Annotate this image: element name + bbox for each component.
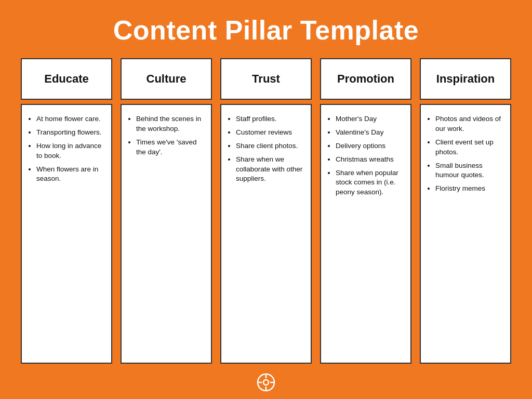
list-item: When flowers are in season. xyxy=(36,165,104,184)
list-item: Times we've 'saved the day'. xyxy=(136,138,204,157)
column-header-inspiration: Inspiration xyxy=(420,58,511,100)
list-item: How long in advance to book. xyxy=(36,141,104,161)
list-item: Floristry memes xyxy=(435,184,503,194)
list-item: Photos and videos of our work. xyxy=(435,114,503,134)
column-body-inspiration: Photos and videos of our work.Client eve… xyxy=(420,104,511,364)
list-item: Small business humour quotes. xyxy=(435,161,503,181)
column-trust: TrustStaff profiles.Customer reviewsShar… xyxy=(220,58,312,364)
list-item: Staff profiles. xyxy=(236,114,303,124)
column-list-inspiration: Photos and videos of our work.Client eve… xyxy=(426,114,503,194)
svg-point-1 xyxy=(263,380,269,385)
column-body-culture: Behind the scenes in the workshop.Times … xyxy=(121,104,212,364)
page-title: Content Pillar Template xyxy=(103,0,429,58)
list-item: Share client photos. xyxy=(236,141,303,151)
column-list-educate: At home flower care.Transporting flowers… xyxy=(27,114,104,184)
column-header-promotion: Promotion xyxy=(320,58,411,100)
column-body-trust: Staff profiles.Customer reviewsShare cli… xyxy=(220,104,312,364)
list-item: Client event set up photos. xyxy=(435,138,503,157)
list-item: Customer reviews xyxy=(236,128,303,138)
column-list-promotion: Mother's DayValentine's DayDelivery opti… xyxy=(326,114,403,197)
column-header-text-educate: Educate xyxy=(44,72,89,86)
footer-icon xyxy=(257,373,275,392)
column-body-educate: At home flower care.Transporting flowers… xyxy=(21,104,112,364)
column-header-text-trust: Trust xyxy=(252,72,280,86)
column-header-text-culture: Culture xyxy=(147,72,187,86)
columns-container: EducateAt home flower care.Transporting … xyxy=(17,58,515,369)
list-item: Share when popular stock comes in (i.e. … xyxy=(336,168,403,198)
column-list-trust: Staff profiles.Customer reviewsShare cli… xyxy=(227,114,303,184)
list-item: Delivery options xyxy=(336,141,403,151)
column-header-culture: Culture xyxy=(121,58,212,100)
list-item: Behind the scenes in the workshop. xyxy=(136,114,204,134)
column-promotion: PromotionMother's DayValentine's DayDeli… xyxy=(320,58,411,364)
column-educate: EducateAt home flower care.Transporting … xyxy=(21,58,112,364)
list-item: Valentine's Day xyxy=(336,128,403,138)
list-item: At home flower care. xyxy=(36,114,104,124)
column-culture: CultureBehind the scenes in the workshop… xyxy=(121,58,212,364)
column-body-promotion: Mother's DayValentine's DayDelivery opti… xyxy=(320,104,411,364)
column-list-culture: Behind the scenes in the workshop.Times … xyxy=(127,114,204,157)
footer xyxy=(0,369,532,399)
column-inspiration: InspirationPhotos and videos of our work… xyxy=(420,58,511,364)
column-header-text-inspiration: Inspiration xyxy=(436,72,495,86)
column-header-text-promotion: Promotion xyxy=(337,72,394,86)
column-header-trust: Trust xyxy=(220,58,312,100)
list-item: Transporting flowers. xyxy=(36,128,104,138)
list-item: Christmas wreaths xyxy=(336,155,403,165)
list-item: Mother's Day xyxy=(336,114,403,124)
column-header-educate: Educate xyxy=(21,58,112,100)
list-item: Share when we collaborate with other sup… xyxy=(236,155,303,184)
